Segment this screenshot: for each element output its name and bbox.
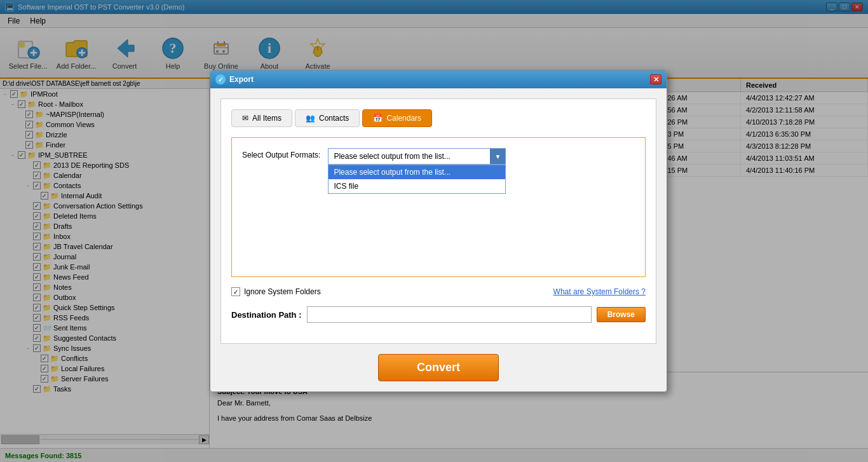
format-select-row: Select Output Formats: Please select out… [242, 148, 635, 165]
export-dialog: ✓ Export ✕ ✉ All Items 👥 Contacts [210, 70, 667, 392]
modal-overlay: ✓ Export ✕ ✉ All Items 👥 Contacts [0, 0, 868, 462]
tab-all-items[interactable]: ✉ All Items [231, 109, 292, 127]
browse-button[interactable]: Browse [597, 307, 646, 322]
destination-label: Destination Path : [231, 310, 302, 320]
tab-contacts-label: Contacts [319, 114, 349, 123]
destination-path-section: Destination Path : Browse [231, 306, 646, 323]
dialog-tabs: ✉ All Items 👥 Contacts 📅 Calendars [231, 109, 646, 127]
output-format-container: Please select output from the list... ▼ … [328, 148, 506, 165]
destination-path-input[interactable] [307, 306, 592, 323]
ignore-system-folders-section: ✓ Ignore System Folders What are System … [231, 287, 646, 296]
ignore-system-folders-checkbox[interactable]: ✓ [231, 287, 240, 296]
contacts-icon: 👥 [306, 114, 315, 123]
tab-calendars[interactable]: 📅 Calendars [362, 109, 432, 127]
calendar-icon: 📅 [373, 114, 383, 123]
dialog-title-bar: ✓ Export ✕ [210, 71, 667, 88]
convert-section: Convert [215, 349, 661, 386]
tab-all-items-label: All Items [252, 114, 281, 123]
dialog-body: ✉ All Items 👥 Contacts 📅 Calendars [220, 99, 656, 344]
what-are-system-folders-link[interactable]: What are System Folders ? [553, 287, 646, 296]
output-format-select[interactable]: Please select output from the list... ▼ [328, 148, 506, 165]
dialog-title-icon: ✓ [215, 74, 226, 85]
select-placeholder: Please select output from the list... [334, 152, 450, 161]
select-arrow-icon: ▼ [490, 149, 505, 164]
tab-calendars-label: Calendars [386, 114, 421, 123]
dialog-close-button[interactable]: ✕ [650, 74, 661, 85]
envelope-icon: ✉ [242, 114, 248, 123]
dropdown-list: Please select output from the list... IC… [328, 165, 506, 194]
tab-contacts[interactable]: 👥 Contacts [295, 109, 360, 127]
dialog-content: ✉ All Items 👥 Contacts 📅 Calendars [210, 88, 667, 391]
convert-button[interactable]: Convert [378, 354, 499, 381]
dropdown-item-placeholder[interactable]: Please select output from the list... [329, 165, 505, 179]
ignore-system-folders-label: Ignore System Folders [244, 287, 321, 296]
format-section: Select Output Formats: Please select out… [231, 137, 646, 277]
ignore-checkbox-group: ✓ Ignore System Folders [231, 287, 321, 296]
dialog-title-text: Export [229, 75, 254, 84]
dropdown-item-ics[interactable]: ICS file [329, 179, 505, 193]
select-format-label: Select Output Formats: [242, 151, 320, 160]
